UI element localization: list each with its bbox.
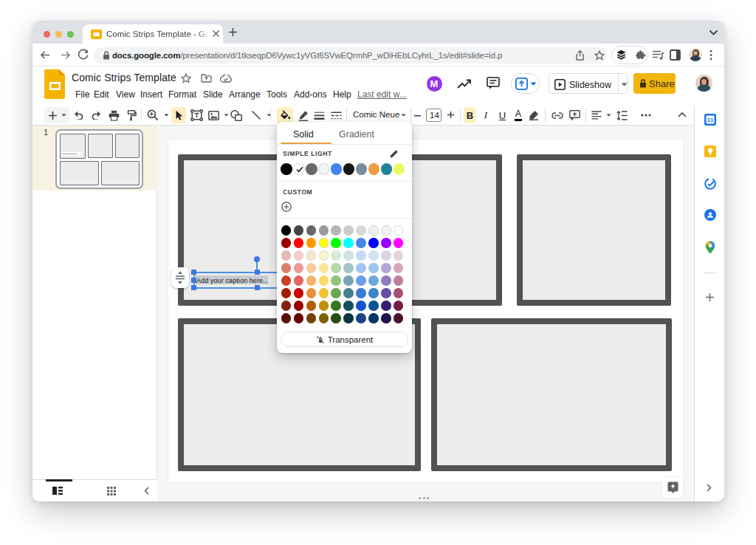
svg-text:31: 31 bbox=[707, 117, 714, 123]
